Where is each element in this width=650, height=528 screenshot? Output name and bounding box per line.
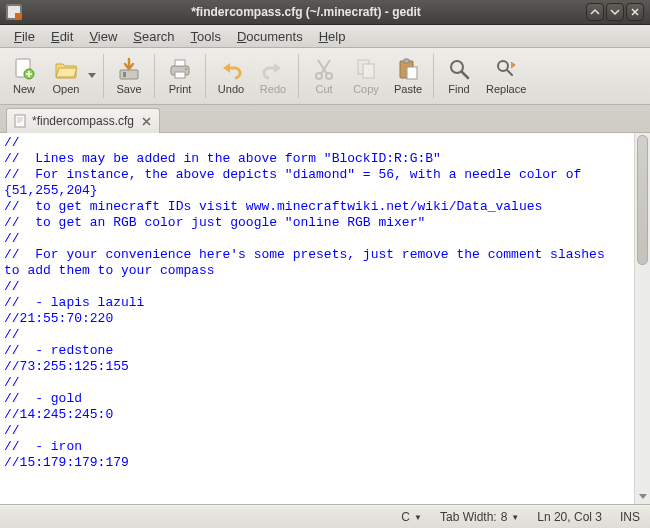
file-icon: [13, 114, 27, 128]
save-label: Save: [116, 83, 141, 95]
paste-label: Paste: [394, 83, 422, 95]
menu-documents[interactable]: Documents: [229, 27, 311, 46]
print-label: Print: [169, 83, 192, 95]
undo-button[interactable]: Undo: [211, 50, 251, 103]
svg-rect-2: [120, 70, 138, 79]
menu-edit[interactable]: Edit: [43, 27, 81, 46]
menu-tools[interactable]: Tools: [183, 27, 229, 46]
open-dropdown[interactable]: [86, 50, 98, 103]
toolbar-separator: [433, 54, 434, 98]
scrollbar-thumb[interactable]: [637, 135, 648, 265]
new-icon: [12, 57, 36, 81]
save-button[interactable]: Save: [109, 50, 149, 103]
svg-rect-17: [15, 115, 25, 127]
minimize-button[interactable]: [586, 3, 604, 21]
text-editor[interactable]: // // Lines may be added in the above fo…: [0, 133, 634, 504]
find-label: Find: [448, 83, 469, 95]
status-tab-width[interactable]: Tab Width: 8 ▼: [440, 510, 519, 524]
svg-rect-6: [175, 72, 185, 78]
toolbar: New Open Save Print Undo Redo Cut Copy: [0, 48, 650, 105]
cut-icon: [312, 57, 336, 81]
status-language[interactable]: C ▼: [401, 510, 422, 524]
titlebar: *findercompass.cfg (~/.minecraft) - gedi…: [0, 0, 650, 25]
paste-icon: [396, 57, 420, 81]
toolbar-separator: [298, 54, 299, 98]
tab-findercompass[interactable]: *findercompass.cfg: [6, 108, 160, 133]
status-insert-mode[interactable]: INS: [620, 510, 640, 524]
status-cursor-position: Ln 20, Col 3: [537, 510, 602, 524]
menubar: File Edit View Search Tools Documents He…: [0, 25, 650, 48]
dropdown-icon: ▼: [414, 513, 422, 522]
svg-point-8: [316, 73, 322, 79]
editor-area: // // Lines may be added in the above fo…: [0, 133, 650, 505]
menu-view[interactable]: View: [81, 27, 125, 46]
status-bar: C ▼ Tab Width: 8 ▼ Ln 20, Col 3 INS: [0, 505, 650, 528]
tab-close-button[interactable]: [139, 114, 153, 128]
copy-button[interactable]: Copy: [346, 50, 386, 103]
open-icon: [54, 57, 78, 81]
print-button[interactable]: Print: [160, 50, 200, 103]
redo-label: Redo: [260, 83, 286, 95]
undo-icon: [219, 57, 243, 81]
svg-point-9: [326, 73, 332, 79]
copy-label: Copy: [353, 83, 379, 95]
toolbar-separator: [103, 54, 104, 98]
cut-button[interactable]: Cut: [304, 50, 344, 103]
svg-point-7: [185, 68, 187, 70]
toolbar-separator: [205, 54, 206, 98]
save-icon: [117, 57, 141, 81]
redo-button[interactable]: Redo: [253, 50, 293, 103]
svg-rect-11: [363, 64, 374, 78]
window-title: *findercompass.cfg (~/.minecraft) - gedi…: [28, 5, 584, 19]
new-label: New: [13, 83, 35, 95]
open-label: Open: [53, 83, 80, 95]
tab-label: *findercompass.cfg: [32, 114, 134, 128]
replace-label: Replace: [486, 83, 526, 95]
print-icon: [168, 57, 192, 81]
replace-button[interactable]: Replace: [481, 50, 531, 103]
menu-file[interactable]: File: [6, 27, 43, 46]
scroll-down-icon[interactable]: [635, 489, 650, 504]
gedit-icon: [6, 4, 22, 20]
undo-label: Undo: [218, 83, 244, 95]
cut-label: Cut: [315, 83, 332, 95]
maximize-button[interactable]: [606, 3, 624, 21]
copy-icon: [354, 57, 378, 81]
find-icon: [447, 57, 471, 81]
tab-bar: *findercompass.cfg: [0, 105, 650, 133]
svg-rect-13: [404, 59, 409, 63]
open-button[interactable]: Open: [46, 50, 86, 103]
toolbar-separator: [154, 54, 155, 98]
menu-search[interactable]: Search: [125, 27, 182, 46]
svg-rect-3: [123, 72, 126, 77]
redo-icon: [261, 57, 285, 81]
vertical-scrollbar[interactable]: [634, 133, 650, 504]
close-button[interactable]: [626, 3, 644, 21]
paste-button[interactable]: Paste: [388, 50, 428, 103]
find-button[interactable]: Find: [439, 50, 479, 103]
replace-icon: [494, 57, 518, 81]
new-button[interactable]: New: [4, 50, 44, 103]
dropdown-icon: ▼: [511, 513, 519, 522]
menu-help[interactable]: Help: [311, 27, 354, 46]
svg-rect-5: [175, 60, 185, 66]
svg-rect-14: [407, 67, 417, 79]
